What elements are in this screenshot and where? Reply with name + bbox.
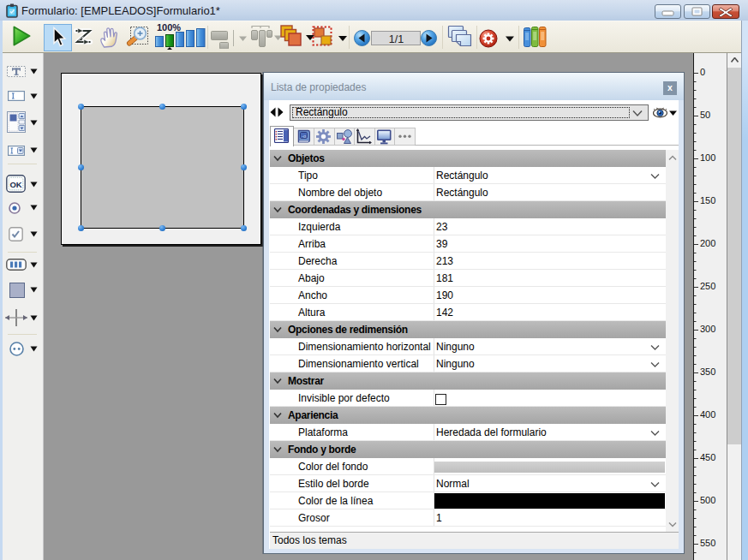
- svg-text:250: 250: [700, 281, 715, 291]
- svg-text:150: 150: [700, 195, 715, 206]
- svg-text:200: 200: [700, 238, 715, 248]
- svg-text:100: 100: [700, 152, 715, 163]
- svg-text:550: 550: [700, 538, 715, 548]
- svg-text:500: 500: [700, 495, 715, 505]
- svg-text:-o: -o: [302, 134, 306, 139]
- svg-text:450: 450: [700, 452, 715, 462]
- svg-text:OK: OK: [9, 180, 21, 189]
- svg-text:50: 50: [700, 110, 710, 120]
- svg-text:0: 0: [700, 67, 705, 77]
- svg-text:350: 350: [700, 366, 715, 377]
- svg-text:300: 300: [700, 324, 715, 334]
- svg-text:400: 400: [700, 409, 715, 420]
